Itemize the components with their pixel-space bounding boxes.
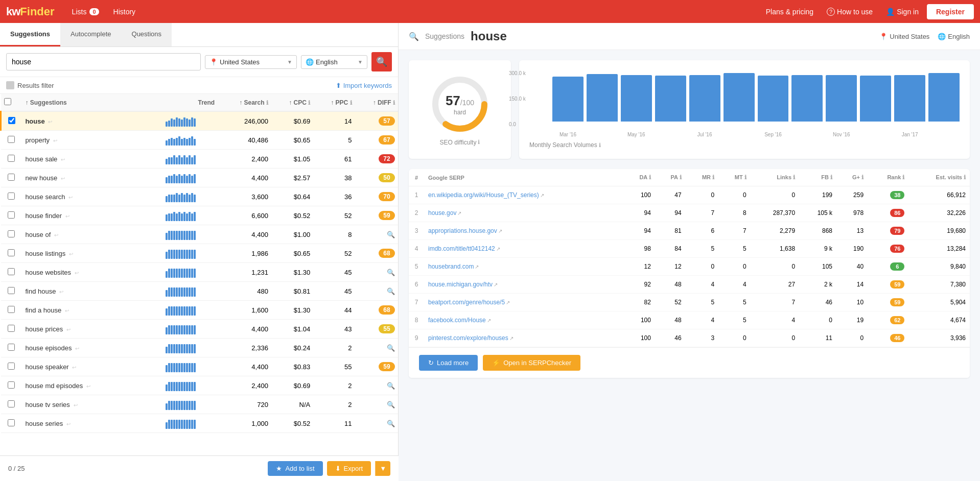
x-axis-label: Mar '16 bbox=[552, 132, 584, 137]
serp-col-fb[interactable]: FB ℹ bbox=[799, 169, 836, 186]
load-more-button[interactable]: ↻ Load more bbox=[419, 355, 478, 371]
history-button[interactable]: History bbox=[106, 5, 143, 19]
keyword-name[interactable]: house series bbox=[25, 420, 63, 427]
row-checkbox[interactable] bbox=[8, 419, 15, 426]
mr-value: 5 bbox=[686, 240, 719, 258]
row-checkbox[interactable] bbox=[8, 249, 15, 256]
row-checkbox[interactable] bbox=[8, 155, 15, 162]
col-ppc[interactable]: ↑ PPC ℹ bbox=[313, 94, 355, 111]
country-select[interactable]: 📍 United States ▼ bbox=[205, 55, 297, 69]
serp-col-da[interactable]: DA ℹ bbox=[623, 169, 655, 186]
row-checkbox[interactable] bbox=[8, 136, 15, 143]
serp-url-link[interactable]: pinterest.com/explore/houses bbox=[428, 334, 508, 342]
export-button[interactable]: ⬇ Export bbox=[327, 461, 371, 476]
language-select[interactable]: 🌐 English ▼ bbox=[301, 55, 367, 69]
serp-url-link[interactable]: house.michigan.gov/htv bbox=[428, 281, 493, 288]
search-row: 📍 United States ▼ 🌐 English ▼ 🔍 bbox=[0, 47, 398, 77]
tab-autocomplete[interactable]: Autocomplete bbox=[60, 23, 122, 46]
row-checkbox[interactable] bbox=[8, 287, 15, 294]
keyword-name[interactable]: house episodes bbox=[25, 344, 72, 352]
register-button[interactable]: Register bbox=[927, 4, 974, 19]
serp-col-mt[interactable]: MT ℹ bbox=[718, 169, 751, 186]
serp-col-est--visits[interactable]: Est. visits ℹ bbox=[908, 169, 970, 186]
row-checkbox[interactable] bbox=[8, 230, 15, 237]
serp-checker-button[interactable]: ⚡ Open in SERPChecker bbox=[483, 355, 580, 371]
row-checkbox[interactable] bbox=[8, 363, 15, 370]
serp-col-mr[interactable]: MR ℹ bbox=[686, 169, 719, 186]
bar-chart-x-labels: Mar '16May '16Jul '16Sep '16Nov '16Jan '… bbox=[552, 132, 960, 137]
row-checkbox[interactable] bbox=[8, 211, 15, 219]
plans-button[interactable]: Plans & pricing bbox=[761, 5, 819, 19]
row-checkbox[interactable] bbox=[8, 344, 15, 351]
serp-checker-icon: ⚡ bbox=[492, 359, 500, 367]
monthly-volumes-info-icon[interactable]: ℹ bbox=[599, 142, 601, 149]
row-checkbox[interactable] bbox=[8, 268, 15, 275]
keyword-name[interactable]: house prices bbox=[25, 325, 63, 333]
import-keywords-link[interactable]: ⬆ Import keywords bbox=[336, 82, 392, 89]
keyword-name[interactable]: house sale bbox=[25, 155, 57, 163]
keyword-name[interactable]: house tv series bbox=[25, 401, 69, 408]
mt-value: 0 bbox=[718, 186, 751, 204]
keyword-name[interactable]: house listings bbox=[25, 250, 65, 257]
export-dropdown-button[interactable]: ▼ bbox=[375, 461, 390, 476]
row-checkbox[interactable] bbox=[8, 381, 15, 389]
mr-value: 4 bbox=[686, 311, 719, 329]
col-diff[interactable]: ↑ DIFF ℹ bbox=[355, 94, 398, 111]
row-checkbox[interactable] bbox=[8, 306, 15, 313]
serp-url-link[interactable]: beatport.com/genre/house/5 bbox=[428, 299, 505, 306]
da-value: 12 bbox=[623, 258, 655, 276]
add-to-list-button[interactable]: ★ Add to list bbox=[268, 461, 322, 476]
col-search[interactable]: ↑ Search ℹ bbox=[218, 94, 271, 111]
row-checkbox[interactable] bbox=[8, 193, 15, 200]
row-checkbox[interactable] bbox=[8, 325, 15, 332]
keyword-name[interactable]: house bbox=[25, 117, 44, 125]
col-trend[interactable]: Trend bbox=[162, 94, 218, 111]
diff-search-icon: 🔍 bbox=[387, 269, 395, 276]
col-checkbox[interactable] bbox=[1, 94, 22, 111]
search-input[interactable] bbox=[6, 53, 201, 70]
select-all-checkbox[interactable] bbox=[4, 98, 11, 105]
serp-rank-num: 9 bbox=[409, 329, 424, 347]
search-button[interactable]: 🔍 bbox=[371, 52, 392, 71]
keyword-name[interactable]: house md episodes bbox=[25, 382, 83, 390]
keyword-name[interactable]: find house bbox=[25, 287, 56, 295]
serp-url-link[interactable]: appropriations.house.gov bbox=[428, 227, 497, 234]
search-volume: 246,000 bbox=[218, 111, 271, 131]
row-checkbox[interactable] bbox=[8, 400, 15, 407]
serp-url-link[interactable]: house.gov bbox=[428, 209, 456, 217]
serp-col-g-[interactable]: G+ ℹ bbox=[836, 169, 868, 186]
serp-col-rank[interactable]: Rank ℹ bbox=[868, 169, 908, 186]
x-axis-label: Sep '16 bbox=[758, 132, 789, 137]
external-link-icon: ↗ bbox=[506, 300, 510, 305]
related-arrow-icon: ↩ bbox=[67, 195, 73, 200]
col-cpc[interactable]: ↑ CPC ℹ bbox=[271, 94, 313, 111]
signin-button[interactable]: 👤 Sign in bbox=[881, 5, 924, 19]
serp-col--[interactable]: # bbox=[409, 169, 424, 186]
tab-suggestions[interactable]: Suggestions bbox=[0, 23, 60, 46]
serp-col-links[interactable]: Links ℹ bbox=[751, 169, 799, 186]
serp-url-link[interactable]: imdb.com/title/tt0412142 bbox=[428, 245, 495, 252]
keyword-name[interactable]: house of bbox=[25, 231, 51, 238]
howto-button[interactable]: ? How to use bbox=[822, 5, 878, 19]
trend-bars bbox=[166, 342, 215, 353]
x-axis-label: May '16 bbox=[621, 132, 652, 137]
lists-button[interactable]: Lists 0 bbox=[65, 5, 106, 19]
keyword-name[interactable]: property bbox=[25, 136, 50, 144]
keyword-name[interactable]: house search bbox=[25, 193, 65, 201]
seo-difficulty-info-icon[interactable]: ℹ bbox=[478, 139, 480, 146]
keyword-name[interactable]: house finder bbox=[25, 212, 62, 220]
row-checkbox[interactable] bbox=[8, 174, 15, 181]
keyword-name[interactable]: new house bbox=[25, 174, 57, 182]
filter-button[interactable]: Results filter bbox=[6, 81, 54, 89]
serp-url-link[interactable]: en.wikipedia.org/wiki/House_(TV_series) bbox=[428, 191, 539, 199]
keyword-name[interactable]: house speaker bbox=[25, 363, 68, 371]
keyword-name[interactable]: find a house bbox=[25, 306, 61, 314]
serp-url-link[interactable]: housebrand.com bbox=[428, 263, 474, 270]
serp-col-pa[interactable]: PA ℹ bbox=[655, 169, 686, 186]
serp-url-link[interactable]: facebook.com/House bbox=[428, 317, 486, 324]
tab-questions[interactable]: Questions bbox=[122, 23, 172, 46]
serp-col-google-serp[interactable]: Google SERP bbox=[424, 169, 623, 186]
monthly-bar bbox=[587, 74, 618, 122]
keyword-name[interactable]: house websites bbox=[25, 269, 71, 276]
row-checkbox[interactable] bbox=[8, 117, 15, 124]
